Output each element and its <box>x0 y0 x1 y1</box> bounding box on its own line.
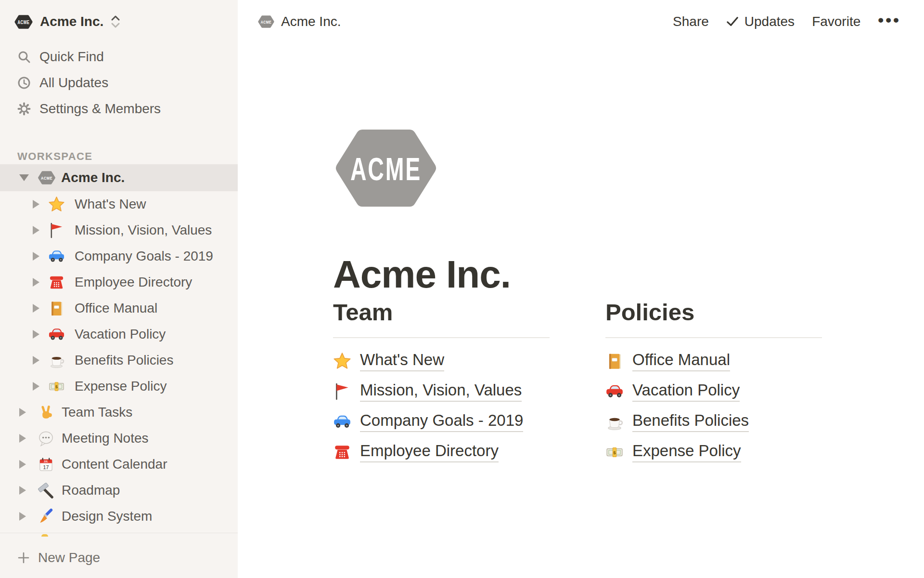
team-heading: Team <box>333 301 550 338</box>
svg-text:ACME: ACME <box>17 19 29 25</box>
page-link-office-manual[interactable]: Office Manual <box>605 346 822 376</box>
red-flag-icon <box>48 222 65 239</box>
expand-arrow-icon[interactable] <box>33 200 39 209</box>
page-link-vacation-policy[interactable]: Vacation Policy <box>605 376 822 407</box>
expand-arrow-icon[interactable] <box>19 460 26 469</box>
blue-car-icon <box>48 248 65 265</box>
workspace-switcher[interactable]: ACME Acme Inc. <box>14 11 238 33</box>
expand-arrow-icon[interactable] <box>33 226 39 235</box>
sidebar-page-team-tasks[interactable]: Team Tasks <box>0 399 238 425</box>
page-label: Meeting Notes <box>62 431 149 446</box>
sidebar-page-mission-vision-values[interactable]: Mission, Vision, Values <box>0 217 238 243</box>
red-flag-icon <box>333 382 351 401</box>
clipped-page-emoji <box>41 534 48 537</box>
page-logo[interactable]: ACME <box>335 129 436 207</box>
expand-arrow-icon[interactable] <box>19 486 26 495</box>
sidebar-page-whats-new[interactable]: What's New <box>0 191 238 217</box>
page-label: Mission, Vision, Values <box>75 223 212 238</box>
page-link-whats-new[interactable]: What's New <box>333 346 550 376</box>
sidebar-page-content-calendar[interactable]: Content Calendar <box>0 451 238 477</box>
link-label: Company Goals - 2019 <box>360 411 523 433</box>
sidebar-item-quick-find[interactable]: Quick Find <box>0 44 238 70</box>
page-title[interactable]: Acme Inc. <box>333 254 511 295</box>
sidebar-page-company-goals[interactable]: Company Goals - 2019 <box>0 243 238 269</box>
updates-button[interactable]: Updates <box>726 14 795 29</box>
expand-arrow-icon[interactable] <box>19 434 26 443</box>
acme-logo-icon: ACME <box>14 15 33 29</box>
page-label: Team Tasks <box>62 405 132 420</box>
sidebar-menu: Quick Find All Updates Settings & Member… <box>0 44 238 122</box>
new-page-button[interactable]: New Page <box>0 547 238 569</box>
page-label: Employee Directory <box>75 275 192 290</box>
expand-arrow-icon[interactable] <box>19 408 26 417</box>
collapse-arrow-icon[interactable] <box>19 174 29 181</box>
red-car-icon <box>605 382 624 401</box>
expand-arrow-icon[interactable] <box>33 304 39 313</box>
sidebar-page-employee-directory[interactable]: Employee Directory <box>0 269 238 295</box>
sidebar-page-meeting-notes[interactable]: Meeting Notes <box>0 425 238 451</box>
speech-balloon-icon <box>38 430 54 447</box>
coffee-icon <box>48 352 65 369</box>
link-label: What's New <box>360 351 444 372</box>
team-links: What's New Mission, Vision, Values Compa… <box>333 346 550 467</box>
page-link-employee-directory[interactable]: Employee Directory <box>333 437 550 467</box>
star-icon <box>333 352 351 370</box>
root-label: Acme Inc. <box>61 170 125 185</box>
sidebar-page-vacation-policy[interactable]: Vacation Policy <box>0 321 238 347</box>
page-label: Office Manual <box>75 301 157 316</box>
star-icon <box>48 196 65 213</box>
ledger-book-icon <box>48 300 65 317</box>
policies-heading: Policies <box>605 301 822 338</box>
sidebar-page-design-system[interactable]: Design System <box>0 503 238 529</box>
svg-text:ACME: ACME <box>261 20 271 25</box>
sidebar-page-benefits-policies[interactable]: Benefits Policies <box>0 347 238 373</box>
page-label: Design System <box>62 509 152 524</box>
page-link-expense-policy[interactable]: Expense Policy <box>605 437 822 467</box>
link-label: Employee Directory <box>360 442 499 463</box>
sidebar-page-expense-policy[interactable]: Expense Policy <box>0 373 238 399</box>
sidebar-root-acme[interactable]: ACME Acme Inc. <box>0 164 238 191</box>
expand-arrow-icon[interactable] <box>33 278 39 287</box>
page-link-benefits-policies[interactable]: Benefits Policies <box>605 407 822 437</box>
money-icon <box>48 378 65 395</box>
svg-text:ACME: ACME <box>350 151 422 187</box>
sidebar-item-all-updates[interactable]: All Updates <box>0 70 238 96</box>
chevron-up-down-icon <box>110 14 121 29</box>
gear-icon <box>17 102 31 116</box>
svg-text:ACME: ACME <box>41 175 52 181</box>
topbar: ACME Acme Inc. Share Updates Favorite ••… <box>238 0 924 43</box>
link-label: Mission, Vision, Values <box>360 381 522 402</box>
sidebar-page-office-manual[interactable]: Office Manual <box>0 295 238 321</box>
main-content: ACME Acme Inc. Share Updates Favorite ••… <box>238 0 924 578</box>
sidebar-page-roadmap[interactable]: Roadmap <box>0 477 238 503</box>
link-label: Benefits Policies <box>632 411 749 433</box>
page-link-mission-vision-values[interactable]: Mission, Vision, Values <box>333 376 550 407</box>
share-button[interactable]: Share <box>673 14 709 29</box>
expand-arrow-icon[interactable] <box>33 356 39 365</box>
victory-hand-icon <box>38 404 54 421</box>
menu-label: Quick Find <box>39 49 104 65</box>
breadcrumb[interactable]: ACME Acme Inc. <box>258 14 341 29</box>
topbar-actions: Share Updates Favorite ••• <box>673 14 901 29</box>
menu-label: All Updates <box>39 75 108 91</box>
sidebar: ACME Acme Inc. Quick Find All Updates <box>0 0 238 578</box>
policies-section: Policies Office Manual Vacation Policy B… <box>605 301 822 467</box>
workspace-section-label: WORKSPACE <box>0 148 238 164</box>
policies-links: Office Manual Vacation Policy Benefits P… <box>605 346 822 467</box>
expand-arrow-icon[interactable] <box>19 512 26 521</box>
expand-arrow-icon[interactable] <box>33 252 39 261</box>
telephone-icon <box>333 443 351 461</box>
more-options-button[interactable]: ••• <box>878 12 901 28</box>
page-link-company-goals[interactable]: Company Goals - 2019 <box>333 407 550 437</box>
sidebar-tree: What's New Mission, Vision, Values Compa… <box>0 191 238 529</box>
favorite-button[interactable]: Favorite <box>812 14 860 29</box>
page-label: Benefits Policies <box>75 353 173 368</box>
red-car-icon <box>48 326 65 343</box>
sidebar-item-settings-members[interactable]: Settings & Members <box>0 96 238 122</box>
page-label: Roadmap <box>62 483 120 498</box>
favorite-label: Favorite <box>812 14 860 29</box>
expand-arrow-icon[interactable] <box>33 382 39 391</box>
expand-arrow-icon[interactable] <box>33 330 39 339</box>
share-label: Share <box>673 14 709 29</box>
checkmark-icon <box>726 16 739 27</box>
